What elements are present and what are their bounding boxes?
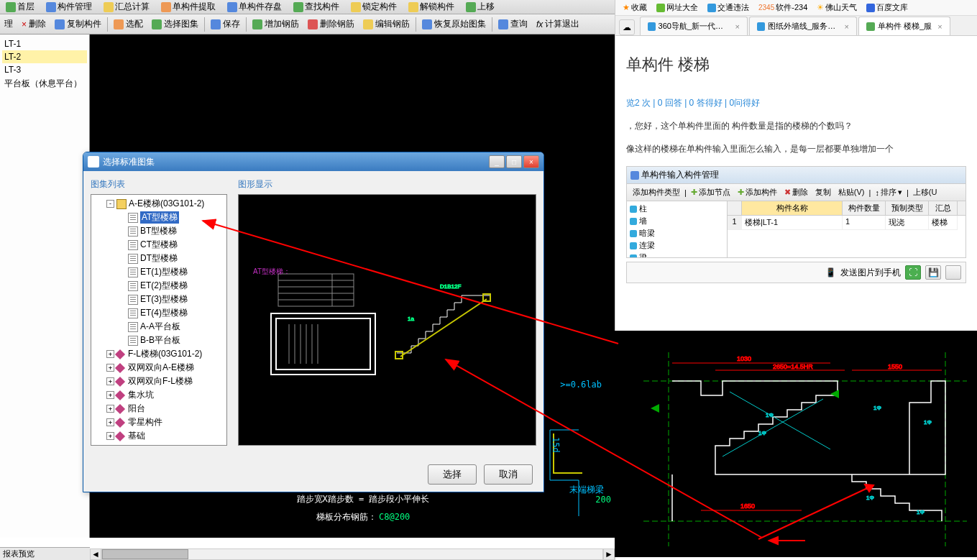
browser-tab[interactable]: 360导航_新一代安全上× [640,17,748,35]
menu-find[interactable]: 查找构件 [288,1,345,13]
menu-unlock[interactable]: 解锁构件 [403,1,460,13]
mini-sort[interactable]: ↕排序▾ [872,186,905,198]
more-button[interactable] [945,265,961,280]
mini-add-comp[interactable]: ✚添加构件 [735,186,780,198]
tree-group[interactable]: +现浇桩 [93,443,224,446]
page-icon [128,281,138,291]
mini-add-type[interactable]: 添加构件类型 [630,186,683,198]
tree-leaf[interactable]: BT型楼梯 [93,224,224,238]
list-item[interactable]: 平台板（休息平台） [2,76,87,91]
browser-tab[interactable]: 图纸外墙线_服务新干× [749,17,857,35]
expand-button[interactable]: ⛶ [905,265,921,280]
tb-delete[interactable]: ×删除 [17,16,50,33]
list-item[interactable]: LT-3 [2,63,87,76]
fav-item[interactable]: 交通违法 [704,2,753,13]
tree-group[interactable]: +基础 [93,429,224,443]
menu-lock[interactable]: 锁定构件 [345,1,403,13]
tb-copy[interactable]: 复制构件 [50,16,106,33]
tree-leaf[interactable]: ET(2)型楼梯 [93,279,224,293]
table-row[interactable]: 1 楼梯|LT-1 1 现浇 楼梯 [728,216,965,230]
mini-paste[interactable]: 粘贴(V) [835,186,868,198]
dialog-titlebar[interactable]: 选择标准图集 _ □ × [83,152,543,171]
mini-tree-item[interactable]: 墙 [628,215,725,227]
mini-grid[interactable]: 构件名称 构件数量 预制类型 汇总 1 楼梯|LT-1 1 现浇 楼梯 [728,201,965,257]
mini-tree-item[interactable]: 暗梁 [628,227,725,239]
browser-tab[interactable]: 单构件 楼梯_服× [858,17,950,35]
tb-match[interactable]: 选配 [109,16,147,33]
browser-tabs: ☁ 360导航_新一代安全上×图纸外墙线_服务新干×单构件 楼梯_服× [615,16,977,36]
tb-edit-rebar[interactable]: 编辑钢筋 [359,16,414,33]
fav-item[interactable]: 百度文库 [863,2,912,13]
svg-text:1Φ: 1Φ [924,419,932,426]
tree-leaf[interactable]: DT型楼梯 [93,252,224,265]
mini-delete[interactable]: ✖删除 [781,186,811,198]
mini-tree[interactable]: 柱 墙 暗梁 连梁 梁 圈梁 [627,201,728,257]
diamond-icon [115,376,125,386]
tab-close[interactable]: × [845,22,849,31]
tb-query[interactable]: 查询 [494,16,532,33]
svg-line-32 [723,399,823,456]
tree-group[interactable]: +阳台 [93,402,224,416]
diamond-icon [115,349,125,359]
list-item[interactable]: LT-1 [2,37,87,50]
atlas-tree[interactable]: -A-E楼梯(03G101-2) AT型楼梯BT型楼梯CT型楼梯DT型楼梯ET(… [91,194,227,446]
canvas-hscroll[interactable]: ◄ ► [90,548,615,560]
menu-single-save[interactable]: 单构件存盘 [221,1,288,13]
dialog-cancel-button[interactable]: 取消 [484,464,533,485]
dialog-maximize[interactable]: □ [506,155,522,168]
mini-tree-item[interactable]: 梁 [628,252,725,257]
unlock-icon [408,2,418,12]
tab-close[interactable]: × [937,22,942,31]
fav-item[interactable]: 网址大全 [653,2,702,13]
tb-restore[interactable]: 恢复原始图集 [418,16,490,33]
tree-leaf[interactable]: AT型楼梯 [93,211,224,224]
menu-summary[interactable]: 汇总计算 [98,1,155,13]
menu-moveup[interactable]: 上移 [460,1,500,13]
tree-leaf[interactable]: ET(4)型楼梯 [93,306,224,320]
tb-del-rebar[interactable]: 删除钢筋 [303,16,359,33]
menu-layer[interactable]: 首层 [0,1,40,13]
dialog-ok-button[interactable]: 选择 [428,464,477,485]
tb-select-atlas[interactable]: 选择图集 [147,16,203,33]
save-button[interactable]: 💾 [925,265,941,280]
dialog-minimize[interactable]: _ [489,155,505,168]
tree-group[interactable]: +零星构件 [93,416,224,429]
mini-tree-item[interactable]: 柱 [628,203,725,215]
tb-manage[interactable]: 理 [0,16,17,33]
tree-group[interactable]: +双网双向F-L楼梯 [93,375,224,388]
tree-leaf[interactable]: CT型楼梯 [93,238,224,252]
menu-component-mgr[interactable]: 构件管理 [40,1,98,13]
tree-leaf[interactable]: ET(1)型楼梯 [93,265,224,279]
tab-icon [866,22,875,31]
mini-copy[interactable]: 复制 [812,186,834,198]
tree-leaf[interactable]: ET(3)型楼梯 [93,293,224,306]
dialog-close[interactable]: × [523,155,539,168]
extract-icon [161,2,171,12]
tree-group[interactable]: +集水坑 [93,388,224,402]
send-to-phone-label[interactable]: 发送图片到手机 [840,267,901,279]
tb-add-rebar[interactable]: 增加钢筋 [248,16,303,33]
tb-calc-exit[interactable]: fx计算退出 [532,16,584,33]
tree-leaf[interactable]: B-B平台板 [93,334,224,347]
cad-dim-label: >=0.6lab [560,380,602,390]
fav-item[interactable]: 2345软件-234 [755,2,811,13]
menu-single-extract[interactable]: 单构件提取 [155,1,221,13]
mini-moveup[interactable]: 上移(U [910,186,940,198]
mini-add-node[interactable]: ✚添加节点 [688,186,733,198]
tree-group[interactable]: +F-L楼梯(03G101-2) [93,347,224,361]
tree-group[interactable]: +双网双向A-E楼梯 [93,361,224,375]
phone-icon: 📱 [825,267,836,277]
home-button[interactable]: ☁ [619,19,635,35]
diamond-icon [115,362,125,372]
fav-item[interactable]: ★收藏 [619,2,651,13]
tree-root[interactable]: -A-E楼梯(03G101-2) [93,197,224,211]
tab-close[interactable]: × [735,22,740,31]
mini-tree-item[interactable]: 连梁 [628,239,725,252]
page-icon [128,226,138,237]
tree-leaf[interactable]: A-A平台板 [93,320,224,334]
list-item[interactable]: LT-2 [2,50,87,63]
tb-save[interactable]: 保存 [206,16,244,33]
fav-item[interactable]: ☀佛山天气 [813,2,861,13]
bottom-cad-view[interactable]: 1030 2650=14.5HR 1550 1650 1Φ 1Φ 1Φ1Φ 1Φ… [615,331,977,557]
cad-formula: 踏步宽X踏步数 = 踏步段小平伸长 [219,493,507,505]
